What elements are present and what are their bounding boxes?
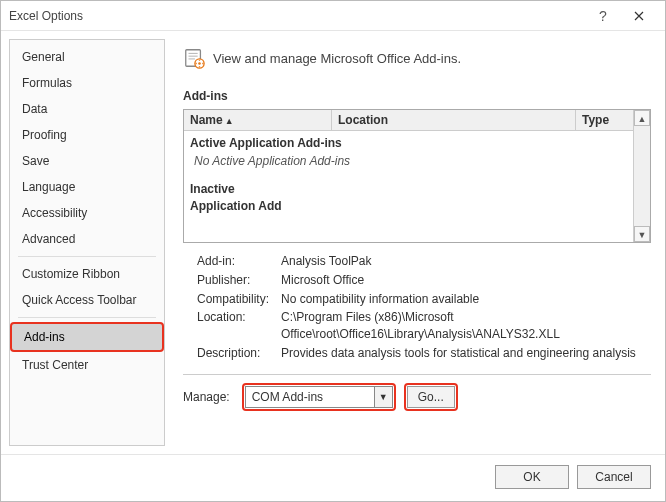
group-inactive-line2: Application Add	[188, 197, 629, 216]
help-button[interactable]: ?	[585, 2, 621, 30]
detail-compat-value: No compatibility information available	[281, 291, 651, 308]
sidebar-item-advanced[interactable]: Advanced	[10, 226, 164, 252]
heading-text: View and manage Microsoft Office Add-ins…	[213, 51, 461, 66]
dialog-footer: OK Cancel	[1, 454, 665, 501]
group-active-empty: No Active Application Add-ins	[188, 153, 629, 170]
detail-compat-label: Compatibility:	[183, 291, 281, 308]
chevron-down-icon[interactable]: ▼	[374, 387, 392, 407]
svg-point-5	[198, 62, 201, 65]
divider	[183, 374, 651, 375]
sidebar-item-save[interactable]: Save	[10, 148, 164, 174]
addins-list[interactable]: Name▲ Location Type Active Application A…	[183, 109, 651, 243]
manage-dropdown-value: COM Add-ins	[246, 390, 374, 404]
detail-addin-label: Add-in:	[183, 253, 281, 270]
group-active: Active Application Add-ins	[188, 134, 629, 153]
scrollbar[interactable]: ▲ ▼	[633, 110, 650, 242]
sidebar-item-quick-access[interactable]: Quick Access Toolbar	[10, 287, 164, 313]
sidebar-item-customize-ribbon[interactable]: Customize Ribbon	[10, 261, 164, 287]
titlebar: Excel Options ?	[1, 1, 665, 31]
column-location[interactable]: Location	[332, 110, 576, 130]
manage-label: Manage:	[183, 390, 234, 404]
sidebar-separator	[18, 317, 156, 318]
sidebar-item-language[interactable]: Language	[10, 174, 164, 200]
scroll-up-icon[interactable]: ▲	[634, 110, 650, 126]
detail-description-value: Provides data analysis tools for statist…	[281, 345, 651, 362]
go-button[interactable]: Go...	[407, 386, 455, 408]
excel-options-dialog: Excel Options ? General Formulas Data Pr…	[0, 0, 666, 502]
detail-description-label: Description:	[183, 345, 281, 362]
section-label: Add-ins	[183, 89, 651, 103]
column-name[interactable]: Name▲	[184, 110, 332, 130]
category-sidebar: General Formulas Data Proofing Save Lang…	[9, 39, 165, 446]
sidebar-separator	[18, 256, 156, 257]
scroll-down-icon[interactable]: ▼	[634, 226, 650, 242]
cancel-button[interactable]: Cancel	[577, 465, 651, 489]
detail-addin-value: Analysis ToolPak	[281, 253, 651, 270]
detail-location-label: Location:	[183, 309, 281, 343]
window-title: Excel Options	[9, 9, 585, 23]
ok-button[interactable]: OK	[495, 465, 569, 489]
close-button[interactable]	[621, 2, 657, 30]
sidebar-item-accessibility[interactable]: Accessibility	[10, 200, 164, 226]
main-panel: View and manage Microsoft Office Add-ins…	[165, 31, 665, 454]
sidebar-item-trust-center[interactable]: Trust Center	[10, 352, 164, 378]
detail-publisher-value: Microsoft Office	[281, 272, 651, 289]
sidebar-item-general[interactable]: General	[10, 44, 164, 70]
sidebar-item-proofing[interactable]: Proofing	[10, 122, 164, 148]
sort-asc-icon: ▲	[225, 116, 234, 126]
sidebar-item-addins[interactable]: Add-ins	[10, 322, 164, 352]
detail-publisher-label: Publisher:	[183, 272, 281, 289]
sidebar-item-data[interactable]: Data	[10, 96, 164, 122]
addins-header: Name▲ Location Type	[184, 110, 650, 131]
manage-dropdown[interactable]: COM Add-ins ▼	[245, 386, 393, 408]
addins-icon	[183, 47, 205, 69]
sidebar-item-formulas[interactable]: Formulas	[10, 70, 164, 96]
detail-location-value: C:\Program Files (x86)\Microsoft Office\…	[281, 309, 651, 343]
addin-details: Add-in: Analysis ToolPak Publisher: Micr…	[183, 251, 651, 364]
